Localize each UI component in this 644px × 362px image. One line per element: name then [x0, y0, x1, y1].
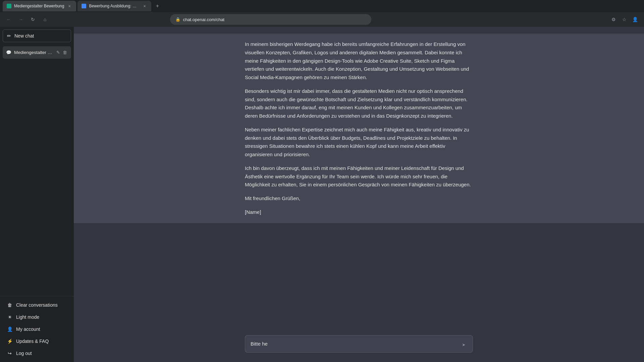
- reload-button[interactable]: ↻: [28, 15, 38, 24]
- url-text: chat.openai.com/chat: [183, 17, 225, 22]
- conversation-title: Mediengestalter Bewer: [14, 50, 53, 55]
- extensions-icon[interactable]: ⚙: [609, 15, 619, 24]
- paragraph-1: In meinem bisherigen Werdegang habe ich …: [245, 40, 473, 82]
- updates-icon: ⚡: [7, 339, 13, 344]
- tab-1-close[interactable]: ✕: [67, 3, 72, 9]
- send-icon: ➤: [462, 342, 466, 347]
- updates-label: Updates & FAQ: [16, 339, 49, 344]
- message-content: In meinem bisherigen Werdegang habe ich …: [245, 40, 473, 217]
- sidebar-bottom: 🗑 Clear conversations ☀ Light mode 👤 My …: [0, 296, 74, 362]
- profile-icon[interactable]: 👤: [631, 15, 640, 24]
- logout-label: Log out: [16, 351, 32, 356]
- paragraph-6: [Name]: [245, 208, 473, 217]
- delete-conversation-button[interactable]: 🗑: [62, 49, 68, 56]
- paragraph-4: Ich bin davon überzeugt, dass ich mit me…: [245, 164, 473, 189]
- sidebar-item-updates[interactable]: ⚡ Updates & FAQ: [3, 335, 71, 347]
- sidebar: ✏ New chat 💬 Mediengestalter Bewer ✎ 🗑 🗑…: [0, 27, 74, 362]
- logout-icon: ↪: [7, 351, 13, 356]
- conversation-list: 💬 Mediengestalter Bewer ✎ 🗑: [0, 45, 74, 296]
- chat-input[interactable]: [245, 335, 473, 353]
- conversation-item[interactable]: 💬 Mediengestalter Bewer ✎ 🗑: [3, 46, 71, 59]
- tab-2-title: Bewerbung Ausbildung: Design...: [89, 4, 139, 8]
- light-mode-label: Light mode: [16, 314, 39, 320]
- paragraph-2: Besonders wichtig ist mir dabei immer, d…: [245, 87, 473, 120]
- new-chat-label: New chat: [14, 33, 34, 39]
- home-button[interactable]: ⌂: [40, 15, 50, 24]
- tab-2-favicon: [82, 4, 86, 8]
- account-icon: 👤: [7, 326, 13, 332]
- sidebar-item-account[interactable]: 👤 My account: [3, 323, 71, 335]
- browser-chrome: Mediengestalter Bewerbung ✕ Bewerbung Au…: [0, 0, 644, 27]
- sidebar-item-light-mode[interactable]: ☀ Light mode: [3, 311, 71, 323]
- assistant-message: In meinem bisherigen Werdegang habe ich …: [74, 34, 644, 223]
- clear-icon: 🗑: [7, 302, 13, 308]
- url-bar[interactable]: 🔒 chat.openai.com/chat: [170, 14, 371, 25]
- conversation-actions: ✎ 🗑: [56, 49, 68, 56]
- back-button[interactable]: ←: [4, 15, 13, 24]
- edit-conversation-button[interactable]: ✎: [56, 49, 61, 56]
- sidebar-item-logout[interactable]: ↪ Log out: [3, 347, 71, 359]
- sidebar-item-clear[interactable]: 🗑 Clear conversations: [3, 299, 71, 311]
- chat-messages: In meinem bisherigen Werdegang habe ich …: [74, 27, 644, 330]
- new-chat-button[interactable]: ✏ New chat: [3, 29, 71, 42]
- app-wrapper: ✏ New chat 💬 Mediengestalter Bewer ✎ 🗑 🗑…: [0, 0, 644, 362]
- input-container: ➤: [245, 335, 473, 354]
- paragraph-3: Neben meiner fachlichen Expertise zeichn…: [245, 126, 473, 159]
- send-button[interactable]: ➤: [458, 339, 469, 350]
- tab-1[interactable]: Mediengestalter Bewerbung ✕: [3, 1, 76, 11]
- clear-label: Clear conversations: [16, 302, 58, 308]
- address-bar: ← → ↻ ⌂ 🔒 chat.openai.com/chat ⚙ ☆ 👤: [0, 12, 644, 27]
- main-content: In meinem bisherigen Werdegang habe ich …: [74, 27, 644, 362]
- tab-2-close[interactable]: ✕: [142, 3, 147, 9]
- plus-icon: ✏: [7, 33, 11, 39]
- toolbar-icons: ⚙ ☆ 👤: [609, 15, 640, 24]
- tab-1-favicon: [7, 4, 11, 8]
- chat-input-area: ➤: [74, 330, 644, 362]
- account-label: My account: [16, 326, 40, 332]
- tab-bar: Mediengestalter Bewerbung ✕ Bewerbung Au…: [0, 0, 644, 12]
- conversation-icon: 💬: [6, 50, 11, 55]
- sun-icon: ☀: [7, 314, 13, 320]
- tab-1-title: Mediengestalter Bewerbung: [14, 4, 64, 8]
- tab-2[interactable]: Bewerbung Ausbildung: Design... ✕: [77, 1, 151, 11]
- bookmark-icon[interactable]: ☆: [620, 15, 629, 24]
- paragraph-5: Mit freundlichen Grüßen,: [245, 194, 473, 203]
- new-tab-button[interactable]: +: [153, 1, 162, 11]
- forward-button[interactable]: →: [16, 15, 25, 24]
